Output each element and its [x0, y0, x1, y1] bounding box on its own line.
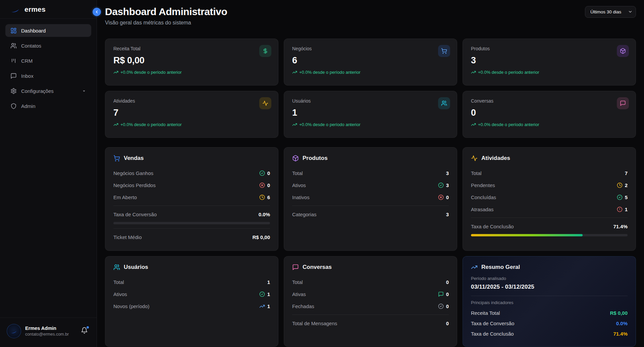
- stat-card-conversas: Conversas 0 +0.0% desde o período anteri…: [463, 91, 636, 138]
- sidebar-item-label: Dashboard: [21, 28, 46, 34]
- kanban-icon: [10, 58, 17, 64]
- message-square-icon: [10, 73, 17, 79]
- stat-label: Atividades: [113, 98, 270, 104]
- trending-up-icon: [471, 122, 476, 127]
- activity-icon: [262, 100, 268, 106]
- indicator-row: Receita Total R$ 0,00: [471, 308, 628, 318]
- stat-row: Ativos 1: [113, 288, 270, 300]
- shopping-cart-icon: [441, 48, 447, 54]
- stats-grid: Receita Total R$ 0,00 +0.0% desde o perí…: [105, 39, 636, 138]
- sidebar-item-inbox[interactable]: Inbox: [5, 69, 91, 82]
- ticket-row: Ticket Médio R$ 0,00: [113, 231, 270, 243]
- clock-icon: [259, 194, 265, 200]
- brand-name: ermes: [24, 5, 46, 13]
- stat-value: 7: [113, 108, 270, 118]
- panel-vendas: Vendas Negócios Ganhos 0 Negócios Perdid…: [105, 147, 278, 251]
- message-square-icon: [292, 264, 299, 271]
- package-icon-tile: [617, 45, 629, 57]
- x-circle-icon: [259, 182, 265, 188]
- indicators-label: Principais indicadores: [471, 300, 628, 305]
- sidebar-item-configuracoes[interactable]: Configurações: [5, 84, 91, 97]
- page-subtitle: Visão geral das métricas do sistema: [105, 20, 227, 26]
- user-email: contato@ermes.com.br: [25, 332, 69, 337]
- shopping-cart-icon-tile: [438, 45, 450, 57]
- notifications-button[interactable]: [81, 327, 88, 335]
- stat-delta: +0.0% desde o período anterior: [292, 70, 449, 75]
- indicator-row: Taxa de Conversão 0.0%: [471, 318, 628, 329]
- trending-up-icon: [471, 264, 478, 271]
- stat-row: Negócios Ganhos 0: [113, 167, 270, 179]
- stat-row: Inativos 0: [292, 191, 449, 203]
- stat-card-negocios: Negócios 6 +0.0% desde o período anterio…: [284, 39, 457, 85]
- stat-card-usuarios: Usuários 1 +0.0% desde o período anterio…: [284, 91, 457, 138]
- user-name: Ermes Admin: [25, 326, 69, 331]
- panel-title: Vendas: [124, 155, 144, 162]
- panel-title: Usuários: [124, 264, 148, 271]
- period-analyzed-value: 03/11/2025 - 03/12/2025: [471, 284, 628, 290]
- check-circle-icon: [259, 291, 265, 297]
- stat-delta: +0.0% desde o período anterior: [113, 122, 270, 127]
- sidebar-item-label: CRM: [21, 58, 33, 64]
- period-analyzed-label: Período analisado: [471, 276, 628, 281]
- stat-delta: +0.0% desde o período anterior: [292, 122, 449, 127]
- x-circle-icon: [438, 194, 444, 200]
- user-profile[interactable]: Ermes Admin contato@ermes.com.br: [0, 317, 97, 347]
- sidebar-collapse-button[interactable]: [93, 8, 101, 16]
- sidebar-item-crm[interactable]: CRM: [5, 54, 91, 67]
- stat-row: Total 7: [471, 167, 628, 179]
- message-square-icon: [438, 291, 444, 297]
- stat-label: Receita Total: [113, 46, 270, 51]
- conversion-progress-track: [113, 222, 270, 224]
- panel-title: Conversas: [303, 264, 332, 271]
- dollar-icon-tile: [259, 45, 271, 57]
- panel-produtos: Produtos Total 3 Ativos 3 Inativos: [284, 147, 457, 251]
- stat-row: Negócios Perdidos 0: [113, 179, 270, 191]
- sidebar-item-dashboard[interactable]: Dashboard: [5, 24, 91, 37]
- stat-value: 3: [471, 55, 628, 66]
- stat-row: Total 0: [292, 276, 449, 288]
- stat-row: Atrasadas 1: [471, 203, 628, 215]
- panel-title: Resumo Geral: [481, 264, 520, 271]
- app-root: ermes Dashboard Contatos CRM Inbox Confi…: [0, 0, 644, 347]
- sidebar-item-label: Contatos: [21, 43, 41, 49]
- notification-dot: [87, 326, 89, 329]
- package-icon: [292, 155, 299, 162]
- package-icon: [620, 48, 626, 54]
- stat-label: Conversas: [471, 98, 628, 104]
- activity-icon-tile: [259, 97, 271, 109]
- period-select[interactable]: Últimos 30 dias: [585, 6, 636, 18]
- stat-value: 0: [471, 108, 628, 118]
- trending-up-icon: [113, 122, 118, 127]
- divider: [113, 228, 270, 229]
- users-icon: [113, 264, 120, 271]
- sidebar-item-admin[interactable]: Admin: [5, 100, 91, 112]
- stat-row: Pendentes 2: [471, 179, 628, 191]
- trending-up-icon: [292, 70, 297, 75]
- page-title: Dashboard Administrativo: [105, 6, 227, 17]
- sidebar-item-contatos[interactable]: Contatos: [5, 39, 91, 52]
- sidebar-item-label: Inbox: [21, 73, 34, 79]
- panel-header: Produtos: [292, 155, 449, 162]
- divider: [471, 296, 628, 296]
- stat-value: 6: [292, 55, 449, 66]
- panels-grid: Vendas Negócios Ganhos 0 Negócios Perdid…: [105, 147, 636, 347]
- panel-atividades: Atividades Total 7 Pendentes 2 Concluída…: [463, 147, 636, 251]
- stat-delta: +0.0% desde o período anterior: [471, 70, 628, 75]
- panel-resumo-geral: Resumo Geral Período analisado 03/11/202…: [463, 256, 636, 347]
- stat-row: Novos (período) 1: [113, 300, 270, 312]
- stat-row: Total 1: [113, 276, 270, 288]
- conclusion-progress-track: [471, 234, 628, 236]
- page-header: Dashboard Administrativo Visão geral das…: [105, 6, 636, 26]
- main-content: Dashboard Administrativo Visão geral das…: [97, 0, 644, 347]
- panel-header: Usuários: [113, 264, 270, 271]
- brand-logo[interactable]: ermes: [0, 0, 97, 19]
- users-icon: [441, 100, 447, 106]
- divider: [471, 218, 628, 218]
- check-circle-icon: [438, 182, 444, 188]
- message-icon-tile: [617, 97, 629, 109]
- users-icon: [10, 43, 17, 49]
- alert-circle-icon: [617, 207, 623, 212]
- stat-row: Fechadas 0: [292, 300, 449, 312]
- sidebar-item-label: Admin: [21, 103, 36, 109]
- stat-value: R$ 0,00: [113, 55, 270, 66]
